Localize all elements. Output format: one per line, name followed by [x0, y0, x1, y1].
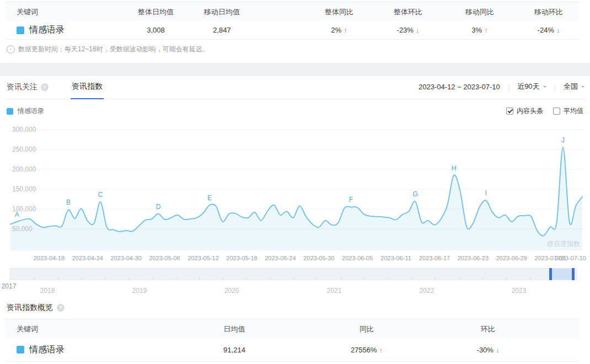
- summary-table-header: 关键词整体日均值移动日均值整体同比整体环比移动同比移动环比: [6, 2, 579, 22]
- slider-tick: [482, 277, 483, 280]
- trend-arrow-icon: ↑: [379, 346, 383, 354]
- trend-arrow-icon: ↓: [496, 346, 500, 354]
- svg-text:E: E: [207, 194, 212, 202]
- legend-item[interactable]: 情感语录: [7, 106, 44, 116]
- x-axis-label: 2023-05-30: [303, 255, 334, 261]
- x-axis-label: 2023-06-17: [419, 255, 450, 261]
- column-header: 移动日均值: [190, 7, 254, 17]
- x-axis-label: 2023-05-12: [187, 255, 218, 261]
- column-header: 移动同比: [441, 7, 518, 17]
- section-divider-band: [0, 63, 590, 76]
- help-icon[interactable]: ?: [57, 304, 65, 312]
- tab-bar: 资讯关注 ? 资讯指数 2023-04-12 ~ 2023-07-10 | 近9…: [6, 76, 584, 99]
- svg-text:J: J: [561, 136, 565, 144]
- y-axis-label: 200,000: [12, 165, 36, 173]
- timeline-year-label: 2023: [512, 287, 527, 295]
- svg-text:H: H: [452, 164, 457, 172]
- overview-mom: -30%↓: [436, 346, 540, 354]
- slider-tick: [341, 277, 341, 280]
- chart-controls: 2023-04-12 ~ 2023-07-10 | 近90天 | 全国: [419, 82, 584, 99]
- column-header: 关键词: [6, 7, 121, 17]
- legend-color-swatch: [7, 108, 13, 115]
- overall-mom: -23%↓: [375, 26, 441, 34]
- tab-news-index[interactable]: 资讯指数: [71, 82, 104, 99]
- keyword-cell: 情感语录: [6, 344, 199, 356]
- legend-bar: 情感语录 内容头条 平均值: [7, 106, 583, 116]
- chevron-down-icon: [581, 86, 584, 89]
- region-selector[interactable]: 全国: [564, 82, 584, 92]
- slider-tick: [364, 277, 365, 280]
- slider-tick: [294, 277, 294, 280]
- slider-tick: [105, 277, 105, 280]
- mobile-daily-avg: 2,847: [190, 26, 254, 34]
- summary-section: 关键词整体日均值移动日均值整体同比整体环比移动同比移动环比 情感语录 3,008…: [0, 0, 590, 63]
- svg-text:B: B: [66, 199, 71, 206]
- overall-yoy: 2%↑: [303, 26, 375, 34]
- svg-text:C: C: [98, 191, 103, 199]
- trend-chart-svg: ABCDEFGHIJ: [10, 126, 583, 254]
- overview-table-header: 关键词日均值同比环比: [6, 319, 579, 339]
- trend-chart[interactable]: ABCDEFGHIJ 300,000250,000200,000150,0001…: [10, 126, 583, 254]
- y-axis-label: 150,000: [12, 185, 36, 193]
- svg-text:G: G: [412, 190, 417, 198]
- slider-tick: [435, 277, 436, 280]
- checkbox-average[interactable]: 平均值: [553, 106, 583, 116]
- x-axis-label: 2023-05-24: [265, 255, 296, 261]
- help-icon[interactable]: ?: [41, 83, 49, 91]
- x-axis-label: 2023-06-05: [342, 255, 373, 261]
- checkbox-content-headline[interactable]: 内容头条: [506, 106, 543, 116]
- x-axis-label: 2023-07-10: [555, 255, 586, 261]
- slider-tick: [199, 277, 200, 280]
- slider-handle-right[interactable]: [572, 268, 575, 280]
- timeline-year-label: 2020: [224, 287, 239, 295]
- overview-table-row: 情感语录 91,214 27556%↑ -30%↓: [6, 338, 579, 362]
- x-axis-label: 2023-04-18: [34, 255, 65, 261]
- trend-arrow-icon: ↓: [416, 26, 420, 34]
- y-axis-label: 300,000: [12, 126, 36, 133]
- timeline-year-label: 2019: [132, 287, 147, 295]
- overview-section: 资讯指数概览 ? 关键词日均值同比环比 情感语录 91,214 27556%↑ …: [0, 298, 590, 364]
- overall-daily-avg: 3,008: [121, 26, 190, 34]
- series-toggles: 内容头条 平均值: [506, 106, 583, 116]
- chevron-down-icon: [543, 86, 546, 89]
- keyword-cell: 情感语录: [6, 24, 121, 36]
- checkbox-icon: [506, 108, 513, 115]
- slider-tick: [506, 277, 507, 280]
- svg-text:D: D: [156, 203, 161, 211]
- summary-table-row: 情感语录 3,008 2,847 2%↑ -23%↓ 3%↑ -24%↓: [6, 21, 579, 40]
- y-axis-label: 100,000: [12, 205, 36, 213]
- slider-selection[interactable]: [551, 269, 574, 280]
- slider-tick: [128, 277, 129, 280]
- mobile-mom: -24%↓: [518, 26, 579, 34]
- overview-daily-avg: 91,214: [199, 346, 270, 354]
- trend-arrow-icon: ↓: [556, 26, 560, 34]
- y-axis-label: 50,000: [12, 225, 33, 233]
- slider-tick: [270, 277, 271, 280]
- svg-text:F: F: [349, 196, 353, 204]
- trend-panel: 资讯关注 ? 资讯指数 2023-04-12 ~ 2023-07-10 | 近9…: [0, 76, 590, 298]
- baidu-index-dashboard: 关键词整体日均值移动日均值整体同比整体环比移动同比移动环比 情感语录 3,008…: [0, 0, 590, 364]
- x-axis-ticks: 2023-04-182023-04-242023-04-302023-05-06…: [10, 255, 583, 263]
- svg-text:I: I: [485, 189, 487, 197]
- keyword-label: 情感语录: [29, 24, 65, 36]
- keyword-color-swatch: [17, 346, 24, 354]
- slider-handle-left[interactable]: [549, 268, 552, 280]
- overview-title: 资讯指数概览 ?: [7, 303, 65, 313]
- trend-arrow-icon: ↑: [344, 26, 347, 34]
- x-axis-label: 2023-04-30: [111, 255, 142, 261]
- timeline-year-label: 2022: [420, 287, 435, 295]
- slider-tick: [530, 277, 530, 280]
- tab-news-attention[interactable]: 资讯关注 ?: [6, 82, 50, 99]
- period-selector[interactable]: 近90天: [517, 82, 546, 92]
- keyword-color-swatch: [17, 26, 24, 34]
- column-header: 整体同比: [303, 7, 375, 17]
- overview-yoy: 27556%↑: [298, 346, 436, 354]
- mobile-yoy: 3%↑: [441, 26, 518, 34]
- slider-tick: [246, 277, 247, 280]
- x-axis-label: 2023-05-06: [149, 255, 180, 261]
- timeline-year-label: 2018: [40, 287, 55, 295]
- x-axis-label: 2023-05-18: [226, 255, 257, 261]
- tabs: 资讯关注 ? 资讯指数: [6, 76, 104, 99]
- date-range-selector[interactable]: 2023-04-12 ~ 2023-07-10: [419, 83, 500, 91]
- timeline-slider-track[interactable]: [10, 268, 577, 280]
